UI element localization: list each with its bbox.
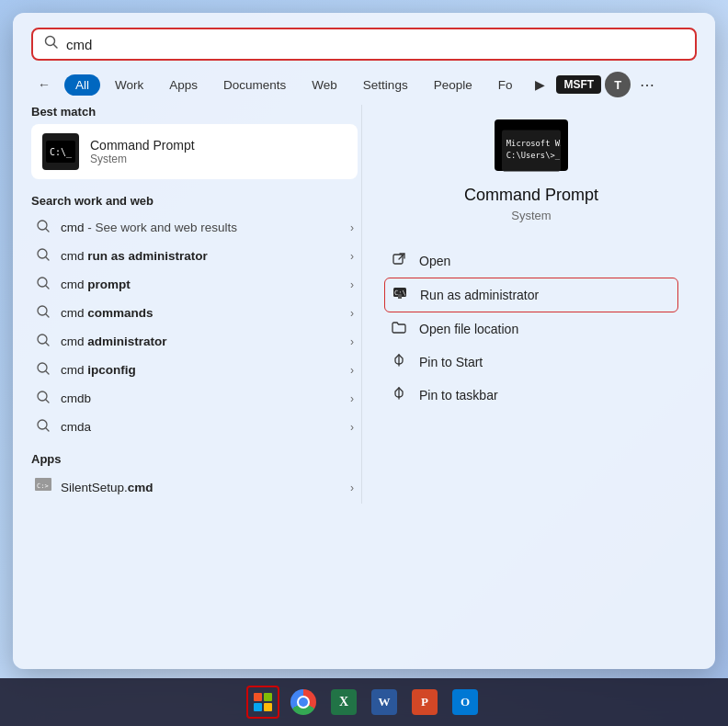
- search-item-icon-7: [35, 419, 51, 435]
- search-input[interactable]: cmd: [66, 37, 684, 52]
- command-prompt-icon-small: C:\_: [42, 133, 79, 170]
- open-action[interactable]: Open: [384, 244, 678, 278]
- search-item-text-2: cmd prompt: [61, 278, 341, 291]
- search-item-arrow-7: ›: [350, 421, 354, 434]
- search-web-label: Search work and web: [31, 194, 358, 208]
- pin-to-taskbar-label: Pin to taskbar: [419, 388, 498, 403]
- overflow-menu-button[interactable]: ⋯: [634, 72, 660, 97]
- search-item-icon-0: [35, 220, 51, 235]
- left-panel: Best match C:\_ Command Prompt System Se…: [31, 105, 358, 504]
- pin-to-start-label: Pin to Start: [419, 355, 483, 369]
- svg-line-17: [46, 400, 50, 403]
- chrome-logo: [290, 689, 316, 715]
- svg-line-13: [46, 343, 50, 346]
- search-icon: [44, 35, 59, 53]
- back-button[interactable]: ←: [31, 72, 57, 97]
- open-file-location-icon: [390, 320, 408, 338]
- word-taskbar-icon[interactable]: W: [368, 686, 401, 719]
- pin-to-start-action[interactable]: Pin to Start: [384, 346, 678, 379]
- powerpoint-taskbar-icon[interactable]: P: [408, 686, 441, 719]
- win-logo-br: [264, 703, 272, 711]
- tab-apps[interactable]: Apps: [158, 74, 209, 96]
- silent-setup-arrow: ›: [350, 482, 354, 494]
- search-item-text-4: cmd administrator: [61, 335, 341, 348]
- tab-documents[interactable]: Documents: [212, 74, 297, 96]
- search-item-text-6: cmdb: [61, 391, 341, 405]
- svg-rect-29: [398, 294, 402, 299]
- search-item-icon-4: [35, 334, 51, 349]
- win-logo-tl: [254, 693, 262, 701]
- windows-logo: [254, 693, 272, 711]
- search-item-5[interactable]: cmd ipconfig ›: [31, 356, 358, 384]
- search-item-6[interactable]: cmdb ›: [31, 384, 358, 413]
- svg-line-9: [46, 286, 50, 289]
- pin-to-taskbar-action[interactable]: Pin to taskbar: [384, 379, 678, 412]
- apps-section: Apps C:> SilentSetup.cmd ›: [31, 452, 358, 504]
- run-as-admin-action[interactable]: C:\> Run as administrator: [384, 278, 678, 312]
- search-item-text-1: cmd run as administrator: [61, 249, 341, 263]
- tab-web[interactable]: Web: [301, 74, 348, 96]
- search-bar: cmd: [31, 28, 697, 61]
- tab-work[interactable]: Work: [104, 74, 154, 96]
- svg-line-11: [46, 314, 50, 318]
- pin-to-taskbar-icon: [390, 386, 408, 404]
- open-icon: [390, 252, 408, 270]
- open-label: Open: [419, 254, 450, 268]
- open-file-location-label: Open file location: [419, 322, 518, 336]
- best-match-item[interactable]: C:\_ Command Prompt System: [31, 124, 358, 179]
- search-item-arrow-2: ›: [350, 278, 354, 291]
- user-avatar[interactable]: T: [605, 72, 631, 97]
- search-item-1[interactable]: cmd run as administrator ›: [31, 242, 358, 270]
- start-button[interactable]: [246, 686, 279, 719]
- search-item-4[interactable]: cmd administrator ›: [31, 327, 358, 356]
- search-item-arrow-0: ›: [350, 221, 354, 234]
- svg-text:Microsoft Windows: Microsoft Windows: [506, 139, 561, 148]
- best-match-subtitle: System: [90, 153, 195, 165]
- powerpoint-logo: P: [412, 689, 438, 715]
- search-item-text-7: cmda: [61, 420, 341, 434]
- search-item-icon-3: [35, 305, 51, 321]
- pin-to-start-icon: [390, 353, 408, 371]
- win-logo-tr: [264, 693, 272, 701]
- win-logo-bl: [254, 703, 262, 711]
- svg-line-1: [54, 45, 58, 49]
- best-match-title: Command Prompt: [90, 138, 195, 153]
- excel-logo: X: [331, 689, 357, 715]
- chrome-taskbar-icon[interactable]: [287, 686, 320, 719]
- search-item-text-3: cmd commands: [61, 306, 341, 320]
- tab-settings[interactable]: Settings: [352, 74, 419, 96]
- silent-setup-icon: C:>: [35, 478, 51, 497]
- outlook-taskbar-icon[interactable]: O: [449, 686, 482, 719]
- silent-setup-text: SilentSetup.cmd: [61, 481, 341, 494]
- search-item-icon-1: [35, 248, 51, 264]
- outlook-logo: O: [452, 689, 478, 715]
- search-item-arrow-6: ›: [350, 392, 354, 405]
- silent-setup-item[interactable]: C:> SilentSetup.cmd ›: [31, 471, 358, 504]
- open-file-location-action[interactable]: Open file location: [384, 312, 678, 346]
- tab-fo[interactable]: Fo: [487, 74, 524, 96]
- more-tabs-button[interactable]: ▶: [527, 72, 552, 97]
- excel-taskbar-icon[interactable]: X: [327, 686, 360, 719]
- tab-all[interactable]: All: [64, 74, 100, 96]
- command-prompt-icon-large: Microsoft Windows C:\Users\>_: [495, 119, 568, 171]
- svg-line-7: [46, 257, 50, 261]
- run-as-admin-label: Run as administrator: [420, 288, 539, 302]
- search-item-arrow-4: ›: [350, 335, 354, 348]
- svg-text:C:\_: C:\_: [50, 147, 73, 158]
- main-content: Best match C:\_ Command Prompt System Se…: [13, 105, 715, 504]
- search-item-7[interactable]: cmda ›: [31, 413, 358, 441]
- search-item-0[interactable]: cmd - See work and web results ›: [31, 213, 358, 242]
- best-match-label: Best match: [31, 105, 358, 119]
- best-match-text: Command Prompt System: [90, 138, 195, 165]
- search-item-text-0: cmd - See work and web results: [61, 221, 341, 234]
- tab-people[interactable]: People: [423, 74, 483, 96]
- panel-divider: [361, 105, 362, 504]
- search-item-2[interactable]: cmd prompt ›: [31, 270, 358, 299]
- svg-line-15: [46, 371, 50, 375]
- msft-badge[interactable]: MSFT: [556, 75, 601, 94]
- search-item-arrow-1: ›: [350, 250, 354, 263]
- svg-text:C:>: C:>: [37, 482, 49, 490]
- search-item-text-5: cmd ipconfig: [61, 363, 341, 377]
- search-item-3[interactable]: cmd commands ›: [31, 299, 358, 327]
- search-item-icon-2: [35, 277, 51, 292]
